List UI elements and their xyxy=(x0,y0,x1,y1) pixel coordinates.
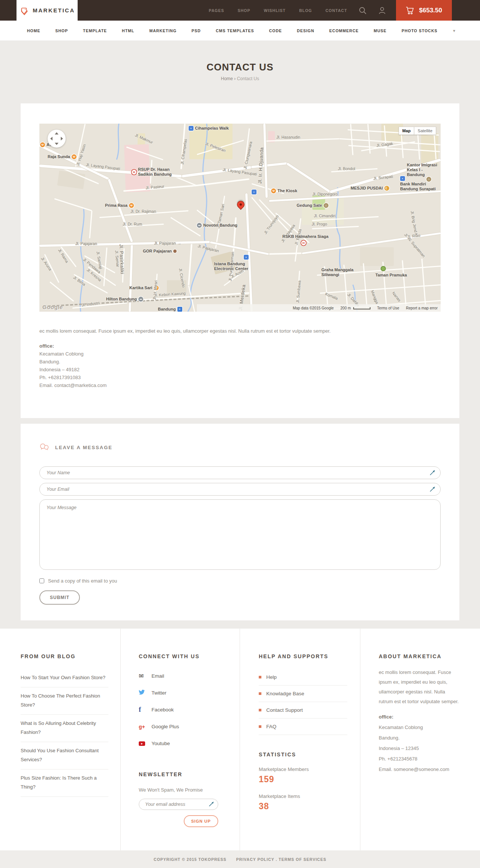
footer-blog-link[interactable]: How To Choose The Perfect Fashion Store? xyxy=(21,693,100,708)
contact-card: Map Satellite Google Map data ©2015 Goog… xyxy=(21,103,459,418)
menu-item-psd[interactable]: PSD xyxy=(192,28,201,33)
menu-item-muse[interactable]: MUSE xyxy=(374,28,387,33)
top-nav-pages[interactable]: PAGES xyxy=(209,8,224,13)
map-label: Bandung≡ xyxy=(158,307,182,312)
top-nav-wishlist[interactable]: WISHLIST xyxy=(264,8,285,13)
menu-item-code[interactable]: CODE xyxy=(269,28,282,33)
help-list-item[interactable]: Contact Support xyxy=(259,702,347,719)
map[interactable]: Map Satellite Google Map data ©2015 Goog… xyxy=(39,124,441,312)
map-type-control: Map Satellite xyxy=(399,127,436,135)
map-label: ▬Novotel Bandung xyxy=(197,223,237,228)
footer-blog-link[interactable]: Should You Use Fashion Consultant Servic… xyxy=(21,748,99,762)
pan-down-icon[interactable] xyxy=(55,143,58,145)
social-label: Email xyxy=(152,673,164,679)
social-link-youtube[interactable]: ▶Youtube xyxy=(139,735,228,752)
send-copy-option: Send a copy of this email to you xyxy=(39,578,441,584)
menu-item-marketing[interactable]: MARKETING xyxy=(149,28,177,33)
send-copy-checkbox[interactable] xyxy=(39,578,44,583)
help-list-item[interactable]: Help xyxy=(259,669,347,686)
social-link-email[interactable]: ✉Email xyxy=(139,668,228,684)
menu-item-design[interactable]: DESIGN xyxy=(297,28,314,33)
social-link-facebook[interactable]: fFacebook xyxy=(139,701,228,718)
footer-blog-link[interactable]: What is So Alluring About Celebrity Fash… xyxy=(21,720,96,735)
legal-links[interactable]: PRIVACY POLICY . TERMS OF SERVICES xyxy=(236,857,326,862)
email-input[interactable] xyxy=(39,483,441,496)
office-label: office: xyxy=(39,342,441,350)
map-label: Taman Pramuka xyxy=(375,273,407,278)
footer-help-link[interactable]: Help xyxy=(266,674,277,680)
pan-right-icon[interactable] xyxy=(61,137,63,140)
message-textarea[interactable] xyxy=(39,499,441,570)
footer-blog-link[interactable]: How To Start Your Own Fashion Store? xyxy=(21,675,105,680)
map-label: Prima RasaΨ xyxy=(105,203,134,208)
map-label: ΨThe Kiosk xyxy=(271,188,297,193)
footer-blog-column: FROM OUR BLOG How To Start Your Own Fash… xyxy=(0,629,121,850)
footer-help-link[interactable]: Contact Support xyxy=(266,707,303,713)
google-logo: Google xyxy=(42,304,63,310)
pan-up-icon[interactable] xyxy=(55,132,58,134)
menu-item-shop[interactable]: SHOP xyxy=(56,28,68,33)
satellite-button[interactable]: Satellite xyxy=(414,127,436,135)
send-copy-label: Send a copy of this email to you xyxy=(48,578,117,584)
logo-text: MARKETICA xyxy=(33,7,75,13)
top-nav-contact[interactable]: CONTACT xyxy=(326,8,347,13)
map-poi-icon: ⌂ xyxy=(426,177,431,182)
message-card: LEAVE A MESSAGE Send a copy of this emai… xyxy=(21,424,459,620)
pan-left-icon[interactable] xyxy=(50,137,52,140)
map-pan-control[interactable] xyxy=(48,130,66,148)
footer-help-link[interactable]: FAQ xyxy=(266,724,276,729)
stat-label: Marketplace Items xyxy=(259,793,347,799)
user-icon[interactable] xyxy=(378,6,386,15)
map-label: Jl. Hasanudin xyxy=(276,135,300,140)
map-button[interactable]: Map xyxy=(399,127,414,135)
logo-tag-icon xyxy=(19,5,30,16)
cart-button[interactable]: $653.50 xyxy=(396,0,452,21)
newsletter-email-input[interactable] xyxy=(139,799,218,810)
name-field-wrap xyxy=(39,466,441,479)
social-link-twitter[interactable]: Twitter xyxy=(139,684,228,701)
map-data-text: Map data ©2015 Google xyxy=(293,306,334,310)
top-nav-shop[interactable]: SHOP xyxy=(238,8,250,13)
chevron-down-icon[interactable]: ▾ xyxy=(453,28,455,33)
footer-help-link[interactable]: Knowladge Base xyxy=(266,691,304,696)
footer-blog-title: FROM OUR BLOG xyxy=(21,653,108,659)
pen-icon xyxy=(430,470,435,475)
blog-list-item: How To Choose The Perfect Fashion Store? xyxy=(21,687,108,715)
stat-value: 38 xyxy=(259,801,347,811)
email-field-wrap xyxy=(39,483,441,496)
blog-list-item: Plus Size Fashion: Is There Such a Thing… xyxy=(21,769,108,797)
map-label: Jl. Diponegoro xyxy=(312,192,338,197)
terms-link[interactable]: Terms of Use xyxy=(377,306,399,310)
search-icon[interactable] xyxy=(358,6,367,15)
menu-item-html[interactable]: HTML xyxy=(122,28,134,33)
chat-bubbles-icon xyxy=(39,443,50,451)
office-line: Kecamatan Coblong xyxy=(379,722,459,733)
report-error-link[interactable]: Report a map error xyxy=(406,306,438,310)
map-dt-icon xyxy=(173,249,177,253)
map-label: HRSUP Dr. Hasan Sadikin Bandung xyxy=(132,167,172,177)
help-list-item[interactable]: FAQ xyxy=(259,719,347,735)
submit-button[interactable]: SUBMIT xyxy=(39,590,80,605)
footer-help-title: HELP AND SUPPORTS xyxy=(259,653,347,659)
breadcrumb-home[interactable]: Home xyxy=(221,76,233,81)
office-label: office: xyxy=(379,712,459,722)
map-bd-icon: ▬ xyxy=(197,223,202,228)
signup-button[interactable]: SIGN UP xyxy=(184,815,218,827)
logo[interactable]: MARKETICA xyxy=(16,0,78,21)
top-nav-blog[interactable]: BLOG xyxy=(299,8,312,13)
map-label: Jl. Pajajaran→ xyxy=(154,241,182,246)
footer-blog-link[interactable]: Plus Size Fashion: Is There Such a Thing… xyxy=(21,775,97,790)
name-input[interactable] xyxy=(39,466,441,479)
map-poi-icon: ▪ xyxy=(252,190,256,194)
menu-item-photo-stocks[interactable]: PHOTO STOCKS xyxy=(402,28,438,33)
menu-item-template[interactable]: TEMPLATE xyxy=(83,28,107,33)
map-label: Bank Mandiri Bandung Surapati xyxy=(400,182,436,191)
office-line: Email. someone@someone.com xyxy=(379,764,459,775)
social-label: Youtube xyxy=(152,741,170,746)
social-link-google-plus[interactable]: g+Google Plus xyxy=(139,718,228,735)
menu-item-home[interactable]: HOME xyxy=(27,28,40,33)
help-list-item[interactable]: Knowladge Base xyxy=(259,686,347,702)
menu-item-ecommerce[interactable]: ECOMMERCE xyxy=(329,28,358,33)
menu-item-cms-templates[interactable]: CMS TEMPLATES xyxy=(216,28,254,33)
top-nav: PAGESSHOPWISHLISTBLOGCONTACT xyxy=(209,8,347,13)
